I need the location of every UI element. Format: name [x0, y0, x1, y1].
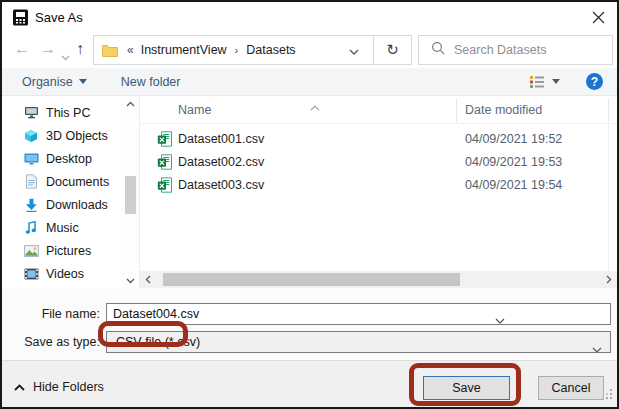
window-title: Save As — [35, 10, 83, 25]
file-list: Name Date modified Dataset001.csv04/09/2… — [139, 96, 617, 288]
sidebar-item-label: Pictures — [46, 244, 91, 258]
sidebar-item-label: 3D Objects — [46, 129, 108, 143]
search-input[interactable] — [454, 43, 615, 57]
column-header-date-modified[interactable]: Date modified — [465, 103, 542, 117]
address-row: ← → ↑ « InstrumentView › Datasets ↻ — [2, 32, 617, 68]
file-rows: Dataset001.csv04/09/2021 19:52Dataset002… — [140, 128, 617, 197]
sidebar-item-videos[interactable]: Videos — [2, 262, 122, 285]
address-bar[interactable]: « InstrumentView › Datasets ↻ — [93, 35, 412, 65]
sidebar-item-3d-objects[interactable]: 3D Objects — [2, 124, 122, 147]
sidebar-item-downloads[interactable]: Downloads — [2, 193, 122, 216]
title-bar: Save As — [2, 2, 617, 32]
back-icon[interactable]: ← — [14, 39, 30, 59]
details-view-icon — [529, 75, 545, 89]
cube-icon — [23, 128, 39, 144]
table-row[interactable]: Dataset001.csv04/09/2021 19:52 — [140, 128, 617, 151]
sidebar-item-label: Videos — [46, 267, 84, 281]
view-options-button[interactable] — [529, 75, 560, 89]
cancel-button[interactable]: Cancel — [538, 376, 604, 400]
sidebar-item-label: Documents — [46, 175, 109, 189]
save-as-type-select[interactable]: CSV file (*.csv) — [106, 331, 611, 353]
resize-grip[interactable] — [602, 386, 613, 404]
column-divider[interactable] — [456, 98, 457, 122]
chevron-down-icon — [79, 79, 87, 84]
save-as-type-label: Save as type: — [2, 335, 100, 349]
scrollbar-thumb[interactable] — [163, 273, 460, 286]
folder-icon — [102, 44, 118, 57]
new-folder-label: New folder — [121, 75, 181, 89]
sidebar-item-this-pc[interactable]: This PC — [2, 101, 122, 124]
up-icon[interactable]: ↑ — [76, 39, 84, 59]
sidebar-item-label: This PC — [46, 106, 90, 120]
close-icon[interactable] — [589, 8, 607, 26]
csv-file-icon — [157, 154, 172, 170]
file-name: Dataset001.csv — [178, 132, 264, 146]
file-name: Dataset003.csv — [178, 178, 264, 192]
sidebar-item-label: Downloads — [46, 198, 108, 212]
scrollbar-thumb[interactable] — [125, 176, 136, 214]
videos-icon — [23, 266, 39, 282]
new-folder-button[interactable]: New folder — [121, 75, 181, 89]
organise-button[interactable]: Organise — [22, 75, 87, 89]
search-icon — [431, 41, 445, 59]
table-row[interactable]: Dataset003.csv04/09/2021 19:54 — [140, 174, 617, 197]
footer-bar: Hide Folders Save Cancel — [2, 360, 617, 407]
help-button[interactable]: ? — [586, 73, 603, 90]
sidebar-item-desktop[interactable]: Desktop — [2, 147, 122, 170]
column-divider[interactable] — [608, 98, 609, 122]
scroll-down-icon[interactable] — [122, 273, 139, 288]
file-date-modified: 04/09/2021 19:53 — [465, 155, 562, 169]
hide-folders-button[interactable]: Hide Folders — [14, 380, 104, 394]
csv-file-icon — [157, 177, 172, 193]
sort-ascending-icon[interactable] — [310, 97, 320, 115]
column-headers: Name Date modified — [140, 96, 617, 124]
file-name-input[interactable] — [106, 303, 611, 325]
hide-folders-label: Hide Folders — [33, 380, 104, 394]
file-date-modified: 04/09/2021 19:52 — [465, 132, 562, 146]
save-as-dialog: Save As ← → ↑ « InstrumentView › Dataset… — [0, 0, 619, 409]
sidebar-item-documents[interactable]: Documents — [2, 170, 122, 193]
search-box — [418, 35, 613, 65]
column-header-name[interactable]: Name — [178, 103, 211, 117]
breadcrumb-instrumentview[interactable]: InstrumentView — [141, 43, 227, 57]
navigation-pane: This PC3D ObjectsDesktopDocumentsDownloa… — [2, 96, 122, 288]
music-icon — [23, 220, 39, 236]
scroll-right-icon[interactable] — [601, 271, 617, 288]
pc-icon — [23, 105, 39, 121]
app-icon — [12, 9, 29, 26]
save-fields: File name: Save as type: CSV file (*.csv… — [2, 288, 617, 360]
table-row[interactable]: Dataset002.csv04/09/2021 19:53 — [140, 151, 617, 174]
csv-file-icon — [157, 131, 172, 147]
command-bar: Organise New folder ? — [2, 68, 617, 96]
sidebar-scrollbar[interactable] — [122, 96, 139, 288]
file-name-dropdown-icon[interactable] — [495, 310, 505, 328]
downloads-icon — [23, 197, 39, 213]
scroll-left-icon[interactable] — [140, 271, 156, 288]
desktop-icon — [23, 151, 39, 167]
pictures-icon — [23, 243, 39, 259]
breadcrumb-separator-icon: › — [235, 44, 239, 56]
refresh-icon[interactable]: ↻ — [373, 36, 411, 64]
save-button[interactable]: Save — [423, 376, 510, 400]
chevron-up-icon — [14, 384, 25, 391]
sidebar-item-music[interactable]: Music — [2, 216, 122, 239]
forward-icon[interactable]: → — [40, 39, 56, 59]
breadcrumb: « InstrumentView › Datasets — [94, 36, 335, 64]
file-name-label: File name: — [2, 307, 100, 321]
save-as-type-value: CSV file (*.csv) — [107, 335, 200, 349]
scroll-up-icon[interactable] — [122, 96, 139, 111]
chevron-down-icon — [592, 339, 602, 357]
sidebar-item-label: Music — [46, 221, 79, 235]
organise-label: Organise — [22, 75, 73, 89]
address-dropdown-icon[interactable] — [335, 41, 373, 59]
breadcrumb-datasets[interactable]: Datasets — [246, 43, 295, 57]
documents-icon — [23, 174, 39, 190]
file-name: Dataset002.csv — [178, 155, 264, 169]
chevron-down-icon — [552, 79, 560, 84]
breadcrumb-prefix: « — [127, 43, 134, 57]
sidebar-item-pictures[interactable]: Pictures — [2, 239, 122, 262]
main-area: This PC3D ObjectsDesktopDocumentsDownloa… — [2, 96, 617, 288]
horizontal-scrollbar[interactable] — [140, 271, 617, 288]
history-chevron-icon[interactable] — [61, 46, 70, 66]
sidebar-item-label: Desktop — [46, 152, 92, 166]
